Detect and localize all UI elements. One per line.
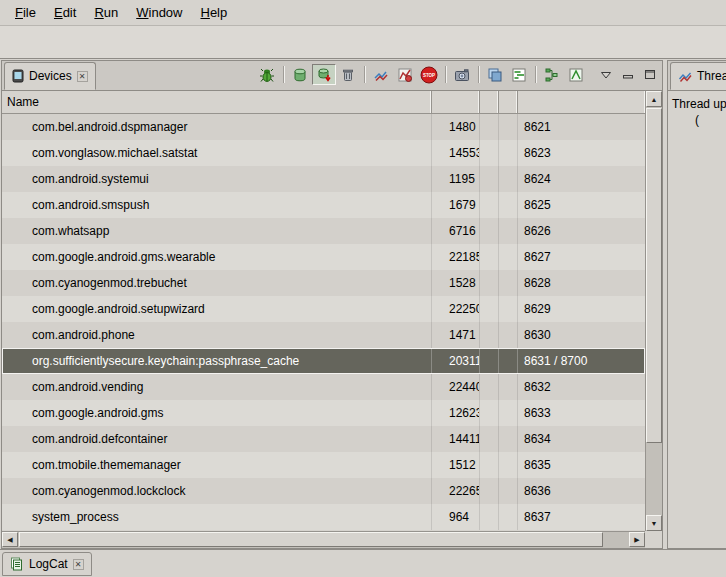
scroll-right-button[interactable]: ▶ <box>629 532 645 547</box>
process-port: 8626 <box>518 218 645 244</box>
process-name: com.google.android.setupwizard <box>2 296 432 322</box>
process-name: com.android.phone <box>2 322 432 348</box>
svg-text:STOP: STOP <box>423 73 435 78</box>
table-row[interactable]: com.android.phone14718630 <box>2 322 645 348</box>
process-col3 <box>480 296 499 322</box>
tab-devices[interactable]: Devices ✕ <box>4 62 96 90</box>
process-col3 <box>480 348 499 374</box>
view-controls <box>598 68 658 82</box>
table-row[interactable]: com.vonglasow.michael.satstat145538623 <box>2 140 645 166</box>
table-row[interactable]: com.cyanogenmod.trebuchet15288628 <box>2 270 645 296</box>
menu-edit[interactable]: Edit <box>45 1 85 24</box>
process-port: 8625 <box>518 192 645 218</box>
maximize-button[interactable] <box>642 68 658 82</box>
update-heap-button[interactable] <box>288 64 312 85</box>
systrace-button[interactable] <box>507 64 531 85</box>
process-pid: 1195 <box>432 166 480 192</box>
menu-window[interactable]: Window <box>127 1 191 24</box>
threads-view: Threads ✕ Thread up ( <box>667 60 726 549</box>
process-col3 <box>480 140 499 166</box>
process-col4 <box>499 244 518 270</box>
table-row[interactable]: org.sufficientlysecure.keychain:passphra… <box>2 348 645 374</box>
table-row[interactable]: com.bel.android.dspmanager14808621 <box>2 114 645 140</box>
process-port: 8621 <box>518 114 645 140</box>
ui-hierarchy-button[interactable] <box>483 64 507 85</box>
column-header-name[interactable]: Name <box>2 91 432 113</box>
view-menu-button[interactable] <box>598 68 614 82</box>
process-col4 <box>499 140 518 166</box>
table-row[interactable]: com.whatsapp67168626 <box>2 218 645 244</box>
process-rows: com.bel.android.dspmanager14808621com.vo… <box>2 114 645 531</box>
table-row[interactable]: com.android.vending224408632 <box>2 374 645 400</box>
tab-threads[interactable]: Threads ✕ <box>670 62 726 90</box>
process-port: 8629 <box>518 296 645 322</box>
table-row[interactable]: com.android.smspush16798625 <box>2 192 645 218</box>
capture-tree-button[interactable] <box>540 64 564 85</box>
process-pid: 1471 <box>432 322 480 348</box>
stop-process-button[interactable]: STOP <box>417 64 441 85</box>
process-port: 8628 <box>518 270 645 296</box>
process-col3 <box>480 270 499 296</box>
scroll-down-button[interactable]: ▼ <box>646 515 662 531</box>
column-header-port[interactable] <box>518 91 645 113</box>
debug-process-button[interactable] <box>255 64 279 85</box>
process-col4 <box>499 504 518 530</box>
process-port: 8630 <box>518 322 645 348</box>
process-pid: 22250 <box>432 296 480 322</box>
update-heap-icon <box>292 67 308 83</box>
process-col4 <box>499 374 518 400</box>
tab-threads-label: Threads <box>697 69 726 83</box>
minimize-button[interactable] <box>620 68 636 82</box>
table-row[interactable]: com.tmobile.thememanager15128635 <box>2 452 645 478</box>
process-port: 8634 <box>518 426 645 452</box>
column-header-3[interactable] <box>480 91 499 113</box>
screen-capture-button[interactable] <box>450 64 474 85</box>
threads-tabbar: Threads ✕ <box>668 61 726 91</box>
table-row[interactable]: com.google.android.gms126238633 <box>2 400 645 426</box>
scroll-up-button[interactable]: ▲ <box>646 91 662 107</box>
scroll-left-button[interactable]: ◀ <box>2 532 18 547</box>
tab-logcat[interactable]: LogCat ✕ <box>2 552 92 576</box>
menu-help[interactable]: Help <box>191 1 236 24</box>
close-icon[interactable]: ✕ <box>73 559 84 570</box>
process-col3 <box>480 218 499 244</box>
table-row[interactable]: com.android.defcontainer144118634 <box>2 426 645 452</box>
table-row[interactable]: com.google.android.setupwizard222508629 <box>2 296 645 322</box>
process-name: com.google.android.gms <box>2 400 432 426</box>
table-row[interactable]: com.cyanogenmod.lockclock222658636 <box>2 478 645 504</box>
horizontal-scrollbar[interactable]: ◀ ▶ <box>2 531 645 548</box>
process-col4 <box>499 192 518 218</box>
vertical-scrollbar[interactable]: ▲ ▼ <box>645 91 662 531</box>
update-threads-button[interactable] <box>369 64 393 85</box>
process-name: com.vonglasow.michael.satstat <box>2 140 432 166</box>
process-col4 <box>499 348 518 374</box>
table-row[interactable]: com.google.android.gms.wearable221858627 <box>2 244 645 270</box>
table-row[interactable]: system_process9648637 <box>2 504 645 530</box>
process-port: 8637 <box>518 504 645 530</box>
method-profiling-button[interactable] <box>393 64 417 85</box>
process-name: com.android.systemui <box>2 166 432 192</box>
opengl-trace-button[interactable] <box>564 64 588 85</box>
process-name: org.sufficientlysecure.keychain:passphra… <box>2 348 432 374</box>
menu-file[interactable]: File <box>6 1 45 24</box>
vertical-scroll-thumb[interactable] <box>646 108 662 443</box>
horizontal-scroll-thumb[interactable] <box>19 532 603 547</box>
process-col3 <box>480 452 499 478</box>
cause-gc-button[interactable] <box>336 64 360 85</box>
process-col3 <box>480 322 499 348</box>
table-row[interactable]: com.android.systemui11958624 <box>2 166 645 192</box>
toolbar-separator <box>535 66 536 83</box>
process-col4 <box>499 452 518 478</box>
close-icon[interactable]: ✕ <box>77 71 88 82</box>
process-name: com.google.android.gms.wearable <box>2 244 432 270</box>
column-header-pid[interactable] <box>432 91 480 113</box>
process-col3 <box>480 504 499 530</box>
dump-hprof-button[interactable] <box>312 64 336 85</box>
menu-run[interactable]: Run <box>85 1 127 24</box>
column-header-4[interactable] <box>499 91 518 113</box>
devices-tabbar: Devices ✕ <box>2 61 662 91</box>
process-name: com.android.smspush <box>2 192 432 218</box>
process-col4 <box>499 166 518 192</box>
process-pid: 1512 <box>432 452 480 478</box>
tab-logcat-label: LogCat <box>29 557 68 571</box>
